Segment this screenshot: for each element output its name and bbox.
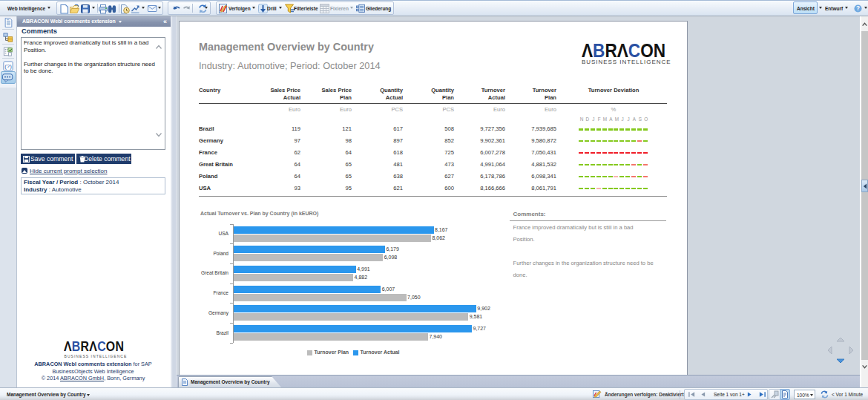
svg-text:?: ? [856,5,860,12]
svg-text:(?): (?) [4,63,12,70]
